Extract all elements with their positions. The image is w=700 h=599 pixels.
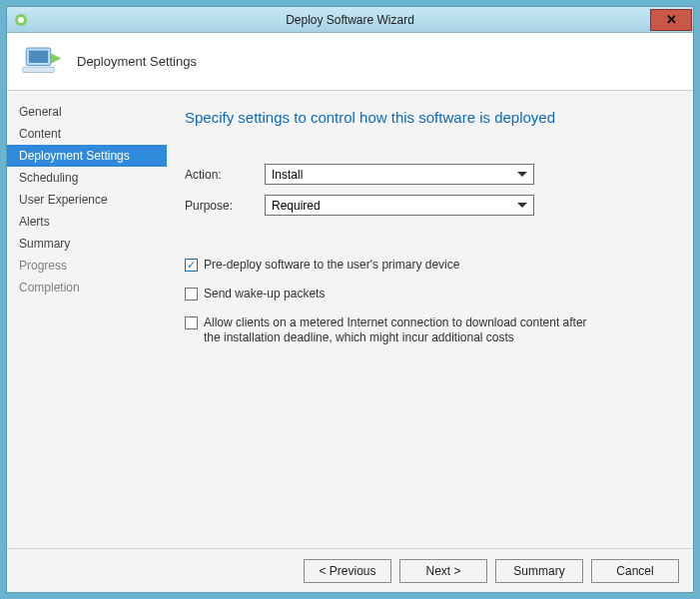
sidebar: General Content Deployment Settings Sche…: [7, 91, 167, 548]
cancel-button[interactable]: Cancel: [591, 559, 679, 583]
app-icon: [13, 12, 29, 28]
svg-rect-4: [23, 67, 55, 72]
label-purpose: Purpose:: [185, 199, 265, 213]
sidebar-item-progress: Progress: [7, 255, 167, 277]
dropdown-purpose[interactable]: Required: [265, 195, 534, 216]
checkbox-metered[interactable]: [185, 316, 198, 329]
checkbox-predeploy-label: Pre-deploy software to the user's primar…: [204, 258, 459, 273]
dropdown-action[interactable]: Install: [265, 164, 534, 185]
checkbox-row-metered: Allow clients on a metered Internet conn…: [185, 315, 669, 345]
page-heading: Specify settings to control how this sof…: [185, 109, 669, 126]
window-title: Deploy Software Wizard: [286, 13, 414, 27]
svg-point-1: [18, 17, 24, 23]
dropdown-purpose-value: Required: [272, 199, 321, 213]
sidebar-item-general[interactable]: General: [7, 101, 167, 123]
label-action: Action:: [185, 168, 265, 182]
checkbox-wakeup[interactable]: [185, 288, 198, 300]
footer: < Previous Next > Summary Cancel: [7, 548, 693, 592]
close-icon: ✕: [666, 12, 677, 27]
wizard-window: Deploy Software Wizard ✕ Deployment Sett…: [6, 6, 694, 593]
banner-title: Deployment Settings: [77, 54, 197, 69]
sidebar-item-completion: Completion: [7, 277, 167, 299]
titlebar: Deploy Software Wizard ✕: [7, 7, 693, 33]
content-pane: Specify settings to control how this sof…: [167, 91, 693, 548]
checkbox-row-wakeup: Send wake-up packets: [185, 287, 669, 301]
svg-rect-3: [29, 50, 48, 62]
sidebar-item-scheduling[interactable]: Scheduling: [7, 167, 167, 189]
close-button[interactable]: ✕: [650, 9, 692, 31]
sidebar-item-alerts[interactable]: Alerts: [7, 211, 167, 233]
sidebar-item-content[interactable]: Content: [7, 123, 167, 145]
checkbox-wakeup-label: Send wake-up packets: [204, 287, 325, 301]
computer-icon: [21, 41, 63, 83]
dropdown-action-value: Install: [272, 168, 303, 182]
checkbox-predeploy[interactable]: ✓: [185, 259, 198, 272]
row-action: Action: Install: [185, 164, 669, 185]
previous-button[interactable]: < Previous: [304, 559, 391, 583]
wizard-body: General Content Deployment Settings Sche…: [7, 91, 693, 548]
summary-button[interactable]: Summary: [495, 559, 583, 583]
sidebar-item-userexp[interactable]: User Experience: [7, 189, 167, 211]
checkbox-row-predeploy: ✓ Pre-deploy software to the user's prim…: [185, 258, 669, 273]
row-purpose: Purpose: Required: [185, 195, 669, 216]
sidebar-item-summary[interactable]: Summary: [7, 233, 167, 255]
banner: Deployment Settings: [7, 33, 693, 91]
sidebar-item-deployment[interactable]: Deployment Settings: [7, 145, 167, 167]
checkbox-metered-label: Allow clients on a metered Internet conn…: [204, 315, 603, 345]
next-button[interactable]: Next >: [399, 559, 487, 583]
